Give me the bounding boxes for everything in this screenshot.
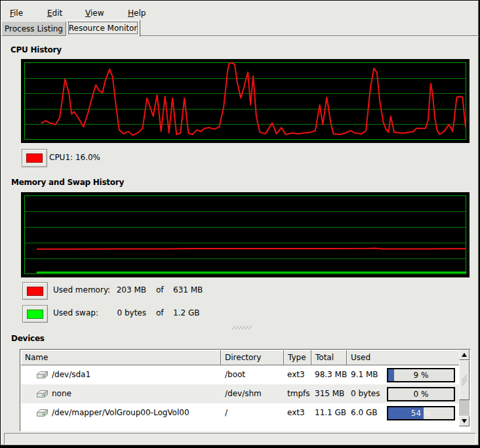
screen: File Edit View Help Process Listing Reso…	[0, 0, 480, 448]
tab-process-listing-label: Process Listing	[5, 24, 63, 33]
used-swap-value: 0 bytes	[105, 304, 146, 321]
menu-edit[interactable]: Edit	[47, 7, 62, 19]
device-used: 0 bytes	[351, 384, 380, 403]
column-header-name[interactable]: Name	[21, 350, 221, 365]
scrollbar-grip-icon	[460, 361, 469, 399]
device-type: tmpfs	[287, 384, 310, 403]
used-swap-of: of	[156, 304, 164, 321]
device-used-percent: 0 %	[388, 388, 454, 400]
paned-resize-grip[interactable]	[231, 325, 252, 331]
scroll-down-button[interactable]	[459, 416, 470, 426]
device-used-bar: 9 %	[387, 368, 455, 382]
device-directory: /boot	[225, 365, 245, 384]
device-total: 315 MB	[315, 384, 344, 403]
tab-resource-monitor[interactable]: Resource Monitor	[66, 20, 140, 37]
devices-table: Name Directory Type Total Used /dev/sda1…	[20, 349, 471, 432]
used-swap-color	[27, 310, 43, 319]
used-memory-label: Used memory:	[53, 281, 110, 298]
device-row[interactable]: none /dev/shm tmpfs 315 MB 0 bytes 0 %	[21, 384, 459, 403]
memory-history-chart	[21, 192, 470, 277]
harddisk-icon	[35, 408, 49, 427]
used-memory-color	[27, 287, 43, 296]
used-swap-color-swatch[interactable]	[22, 305, 48, 323]
device-name: /dev/mapper/VolGroup00-LogVol00	[52, 403, 190, 422]
scrollbar-thumb[interactable]	[459, 360, 470, 400]
used-swap-total: 1.2 GB	[173, 304, 199, 321]
arrow-down-icon	[462, 419, 467, 423]
menu-bar: File Edit View Help	[1, 1, 479, 20]
cpu1-legend-label: CPU1: 16.0%	[49, 149, 100, 166]
cpu1-color	[26, 153, 43, 163]
used-memory-value: 203 MB	[105, 281, 146, 298]
cpu1-color-swatch[interactable]	[22, 149, 47, 167]
device-directory: /	[225, 403, 228, 422]
device-used-percent: 54 %	[388, 407, 454, 419]
column-header-directory[interactable]: Directory	[221, 350, 284, 365]
device-used: 6.0 GB	[351, 403, 377, 422]
menu-file[interactable]: File	[10, 7, 23, 19]
column-header-used[interactable]: Used	[347, 350, 459, 365]
devices-title: Devices	[11, 334, 45, 343]
device-directory: /dev/shm	[225, 384, 262, 403]
column-header-total[interactable]: Total	[311, 350, 347, 365]
cpu-history-plot	[24, 62, 466, 140]
tab-process-listing[interactable]: Process Listing	[1, 21, 66, 36]
used-memory-total: 631 MB	[173, 281, 203, 298]
devices-vertical-scrollbar[interactable]	[459, 350, 470, 426]
used-memory-color-swatch[interactable]	[22, 282, 48, 300]
device-name: none	[52, 384, 71, 403]
device-used-bar: 0 %	[387, 387, 455, 401]
arrow-up-icon	[462, 353, 467, 357]
device-type: ext3	[287, 403, 305, 422]
used-memory-of: of	[156, 281, 164, 298]
column-header-type[interactable]: Type	[284, 350, 311, 365]
status-bar	[4, 433, 476, 445]
device-used: 9.1 MB	[351, 365, 378, 384]
menu-view[interactable]: View	[85, 7, 104, 19]
memory-history-title: Memory and Swap History	[11, 178, 124, 187]
memory-history-plot	[24, 195, 466, 274]
device-name: /dev/sda1	[52, 365, 90, 384]
device-row[interactable]: /dev/sda1 /boot ext3 98.3 MB 9.1 MB 9 %	[21, 365, 459, 384]
device-row[interactable]: /dev/mapper/VolGroup00-LogVol00 / ext3 1…	[21, 403, 459, 422]
used-swap-label: Used swap:	[53, 304, 98, 321]
device-used-bar: 54 %	[387, 406, 455, 420]
menu-help[interactable]: Help	[128, 7, 146, 19]
device-type: ext3	[287, 365, 305, 384]
device-total: 11.1 GB	[315, 403, 346, 422]
tab-resource-monitor-label: Resource Monitor	[68, 22, 138, 34]
device-used-percent: 9 %	[388, 369, 454, 381]
cpu-history-chart	[21, 59, 470, 143]
scroll-up-button[interactable]	[459, 350, 470, 360]
device-total: 98.3 MB	[315, 365, 347, 384]
cpu-history-title: CPU History	[10, 45, 62, 54]
